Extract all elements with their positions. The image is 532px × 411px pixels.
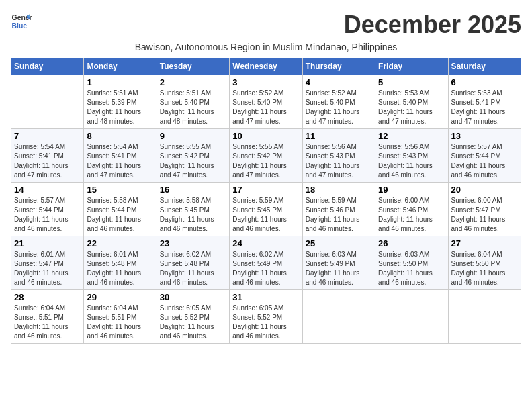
day-number: 4 — [306, 77, 372, 87]
day-detail: Sunrise: 6:04 AMSunset: 5:50 PMDaylight:… — [451, 250, 518, 287]
day-number: 22 — [87, 238, 153, 248]
day-number: 30 — [160, 292, 226, 302]
day-detail: Sunrise: 6:01 AMSunset: 5:47 PMDaylight:… — [14, 250, 81, 287]
calendar-cell: 5Sunrise: 5:53 AMSunset: 5:40 PMDaylight… — [375, 75, 448, 129]
calendar-cell: 1Sunrise: 5:51 AMSunset: 5:39 PMDaylight… — [84, 75, 157, 129]
col-header-tuesday: Tuesday — [157, 58, 229, 75]
logo: General Blue — [11, 11, 32, 32]
day-detail: Sunrise: 6:05 AMSunset: 5:52 PMDaylight:… — [232, 304, 299, 341]
day-detail: Sunrise: 5:51 AMSunset: 5:39 PMDaylight:… — [87, 89, 153, 126]
calendar-cell — [448, 290, 521, 344]
day-detail: Sunrise: 6:00 AMSunset: 5:47 PMDaylight:… — [451, 196, 518, 234]
calendar-cell: 17Sunrise: 5:59 AMSunset: 5:45 PMDayligh… — [230, 183, 302, 236]
calendar-cell: 2Sunrise: 5:51 AMSunset: 5:40 PMDaylight… — [157, 75, 229, 129]
day-detail: Sunrise: 5:59 AMSunset: 5:46 PMDaylight:… — [306, 196, 372, 234]
day-number: 19 — [378, 185, 445, 195]
calendar-cell: 30Sunrise: 6:05 AMSunset: 5:52 PMDayligh… — [157, 290, 229, 344]
day-detail: Sunrise: 5:57 AMSunset: 5:44 PMDaylight:… — [451, 142, 518, 180]
day-number: 28 — [14, 292, 81, 302]
day-detail: Sunrise: 5:53 AMSunset: 5:40 PMDaylight:… — [378, 89, 445, 126]
week-row-2: 7Sunrise: 5:54 AMSunset: 5:41 PMDaylight… — [11, 129, 521, 183]
day-number: 27 — [451, 238, 518, 248]
day-number: 10 — [232, 131, 299, 141]
day-number: 18 — [306, 185, 372, 195]
day-number: 8 — [87, 131, 153, 141]
calendar-cell: 18Sunrise: 5:59 AMSunset: 5:46 PMDayligh… — [302, 183, 375, 236]
day-detail: Sunrise: 5:55 AMSunset: 5:42 PMDaylight:… — [160, 142, 226, 180]
day-detail: Sunrise: 6:02 AMSunset: 5:49 PMDaylight:… — [232, 250, 299, 287]
col-header-wednesday: Wednesday — [230, 58, 302, 75]
day-number: 21 — [14, 238, 81, 248]
week-row-1: 1Sunrise: 5:51 AMSunset: 5:39 PMDaylight… — [11, 75, 521, 129]
day-detail: Sunrise: 6:03 AMSunset: 5:49 PMDaylight:… — [306, 250, 372, 287]
day-detail: Sunrise: 6:04 AMSunset: 5:51 PMDaylight:… — [87, 304, 153, 341]
day-number: 24 — [232, 238, 299, 248]
week-row-4: 21Sunrise: 6:01 AMSunset: 5:47 PMDayligh… — [11, 236, 521, 290]
day-number: 6 — [451, 77, 518, 87]
calendar-cell: 19Sunrise: 6:00 AMSunset: 5:46 PMDayligh… — [375, 183, 448, 236]
calendar-cell: 22Sunrise: 6:01 AMSunset: 5:48 PMDayligh… — [84, 236, 157, 290]
calendar-cell: 16Sunrise: 5:58 AMSunset: 5:45 PMDayligh… — [157, 183, 229, 236]
day-number: 12 — [378, 131, 445, 141]
svg-text:Blue: Blue — [12, 22, 28, 30]
day-detail: Sunrise: 6:02 AMSunset: 5:48 PMDaylight:… — [160, 250, 226, 287]
week-row-3: 14Sunrise: 5:57 AMSunset: 5:44 PMDayligh… — [11, 183, 521, 236]
calendar-cell: 20Sunrise: 6:00 AMSunset: 5:47 PMDayligh… — [448, 183, 521, 236]
calendar-cell: 24Sunrise: 6:02 AMSunset: 5:49 PMDayligh… — [230, 236, 302, 290]
calendar-cell — [302, 290, 375, 344]
day-detail: Sunrise: 6:00 AMSunset: 5:46 PMDaylight:… — [378, 196, 445, 234]
col-header-sunday: Sunday — [11, 58, 84, 75]
day-detail: Sunrise: 6:03 AMSunset: 5:50 PMDaylight:… — [378, 250, 445, 287]
calendar-cell: 12Sunrise: 5:56 AMSunset: 5:43 PMDayligh… — [375, 129, 448, 183]
day-number: 5 — [378, 77, 445, 87]
day-number: 31 — [232, 292, 299, 302]
calendar-header: SundayMondayTuesdayWednesdayThursdayFrid… — [11, 58, 521, 75]
month-title: December 2025 — [344, 11, 521, 39]
calendar-cell: 27Sunrise: 6:04 AMSunset: 5:50 PMDayligh… — [448, 236, 521, 290]
calendar-cell: 9Sunrise: 5:55 AMSunset: 5:42 PMDaylight… — [157, 129, 229, 183]
day-detail: Sunrise: 5:56 AMSunset: 5:43 PMDaylight:… — [378, 142, 445, 180]
day-number: 1 — [87, 77, 153, 87]
day-detail: Sunrise: 5:53 AMSunset: 5:41 PMDaylight:… — [451, 89, 518, 126]
day-number: 26 — [378, 238, 445, 248]
day-detail: Sunrise: 5:56 AMSunset: 5:43 PMDaylight:… — [306, 142, 372, 180]
calendar-cell: 15Sunrise: 5:58 AMSunset: 5:44 PMDayligh… — [84, 183, 157, 236]
calendar-cell: 25Sunrise: 6:03 AMSunset: 5:49 PMDayligh… — [302, 236, 375, 290]
day-number: 7 — [14, 131, 81, 141]
week-row-5: 28Sunrise: 6:04 AMSunset: 5:51 PMDayligh… — [11, 290, 521, 344]
calendar-subtitle: Bawison, Autonomous Region in Muslim Min… — [11, 42, 521, 52]
calendar-cell: 29Sunrise: 6:04 AMSunset: 5:51 PMDayligh… — [84, 290, 157, 344]
col-header-monday: Monday — [84, 58, 157, 75]
calendar-table: SundayMondayTuesdayWednesdayThursdayFrid… — [11, 58, 521, 344]
day-detail: Sunrise: 5:52 AMSunset: 5:40 PMDaylight:… — [306, 89, 372, 126]
calendar-cell: 4Sunrise: 5:52 AMSunset: 5:40 PMDaylight… — [302, 75, 375, 129]
day-detail: Sunrise: 6:05 AMSunset: 5:52 PMDaylight:… — [160, 304, 226, 341]
day-detail: Sunrise: 5:52 AMSunset: 5:40 PMDaylight:… — [232, 89, 299, 126]
day-number: 11 — [306, 131, 372, 141]
calendar-cell: 3Sunrise: 5:52 AMSunset: 5:40 PMDaylight… — [230, 75, 302, 129]
day-number: 23 — [160, 238, 226, 248]
day-detail: Sunrise: 6:04 AMSunset: 5:51 PMDaylight:… — [14, 304, 81, 341]
calendar-cell: 7Sunrise: 5:54 AMSunset: 5:41 PMDaylight… — [11, 129, 84, 183]
day-detail: Sunrise: 5:54 AMSunset: 5:41 PMDaylight:… — [14, 142, 81, 180]
calendar-cell: 31Sunrise: 6:05 AMSunset: 5:52 PMDayligh… — [230, 290, 302, 344]
calendar-cell: 6Sunrise: 5:53 AMSunset: 5:41 PMDaylight… — [448, 75, 521, 129]
calendar-cell: 26Sunrise: 6:03 AMSunset: 5:50 PMDayligh… — [375, 236, 448, 290]
col-header-saturday: Saturday — [448, 58, 521, 75]
calendar-cell: 14Sunrise: 5:57 AMSunset: 5:44 PMDayligh… — [11, 183, 84, 236]
day-number: 14 — [14, 185, 81, 195]
day-number: 29 — [87, 292, 153, 302]
col-header-thursday: Thursday — [302, 58, 375, 75]
calendar-cell: 13Sunrise: 5:57 AMSunset: 5:44 PMDayligh… — [448, 129, 521, 183]
day-number: 2 — [160, 77, 226, 87]
day-number: 15 — [87, 185, 153, 195]
day-number: 3 — [232, 77, 299, 87]
calendar-cell: 10Sunrise: 5:55 AMSunset: 5:42 PMDayligh… — [230, 129, 302, 183]
day-detail: Sunrise: 5:58 AMSunset: 5:44 PMDaylight:… — [87, 196, 153, 234]
day-number: 9 — [160, 131, 226, 141]
day-detail: Sunrise: 5:51 AMSunset: 5:40 PMDaylight:… — [160, 89, 226, 126]
day-detail: Sunrise: 5:54 AMSunset: 5:41 PMDaylight:… — [87, 142, 153, 180]
calendar-cell: 28Sunrise: 6:04 AMSunset: 5:51 PMDayligh… — [11, 290, 84, 344]
logo-icon: General Blue — [11, 11, 32, 32]
day-number: 25 — [306, 238, 372, 248]
